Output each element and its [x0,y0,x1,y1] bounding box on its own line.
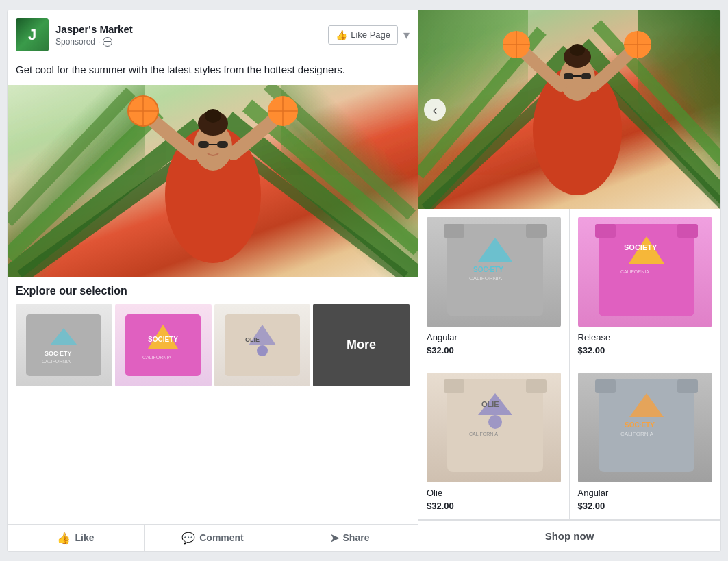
product-thumb-2[interactable]: SOCIETY CALIFORNIA [115,304,212,386]
olie-shirt-svg: OLIE CALIFORNIA [427,373,561,482]
svg-rect-60 [595,224,616,238]
svg-text:CALIFORNIA: CALIFORNIA [620,269,649,274]
product-name-angular: Angular [427,332,561,342]
svg-point-49 [570,44,585,56]
right-carousel-image: ‹ [418,10,720,209]
svg-rect-55 [526,224,547,238]
comment-label: Comment [199,532,244,543]
product-card-release[interactable]: SOCIETY CALIFORNIA Release $32.00 [570,209,721,364]
product-thumbnails-grid: SOC·ETY CALIFORNIA SOCIETY CALIFORNIA [16,304,410,386]
svg-text:SOC·ETY: SOC·ETY [45,350,72,357]
main-image-bg [8,85,418,277]
svg-text:SOCIETY: SOCIETY [624,243,657,251]
avatar-image: J [16,18,49,51]
svg-rect-50 [564,73,573,79]
ad-card: J Jasper's Market Sponsored · 👍 Like Pag… [7,10,721,552]
chevron-down-icon[interactable]: ▾ [403,27,410,42]
sponsored-label: Sponsored [55,37,95,47]
product-image-angular: SOC·ETY CALIFORNIA [427,217,561,327]
angular2-shirt-svg: SOC·ETY CALIFORNIA [578,373,713,482]
svg-text:CALIFORNIA: CALIFORNIA [469,275,503,282]
svg-rect-66 [444,379,464,393]
more-overlay[interactable]: More [313,304,410,386]
share-icon: ➤ [330,532,339,545]
svg-point-33 [257,345,268,356]
svg-text:CALIFORNIA: CALIFORNIA [42,359,71,364]
shop-now-bar: Shop now [418,520,720,551]
ad-description-text: Get cool for the summer with the latest … [16,64,345,75]
right-column: ‹ SOC·ETY CA [418,10,720,551]
comment-button[interactable]: 💬 Comment [145,525,281,551]
product-image-olie: OLIE CALIFORNIA [427,373,561,482]
avatar-letter: J [28,26,36,44]
left-arrow-icon: ‹ [433,103,438,116]
svg-rect-73 [595,379,616,393]
svg-rect-20 [217,141,228,148]
release-image-bg: SOCIETY CALIFORNIA [578,217,713,327]
brand-name[interactable]: Jasper's Market [55,23,328,36]
svg-text:SOCIETY: SOCIETY [148,336,178,343]
shop-now-button[interactable]: Shop now [418,521,720,551]
action-bar: 👍 Like 💬 Comment ➤ Share [8,524,418,551]
product-name-olie: Olie [427,488,561,498]
like-button[interactable]: 👍 Like [8,525,145,551]
release-shirt-svg: SOCIETY CALIFORNIA [578,217,713,327]
product-thumb-4[interactable]: More [313,304,410,386]
product-thumb-1[interactable]: SOC·ETY CALIFORNIA [16,304,112,386]
product-price-angular: $32.00 [427,345,561,356]
product-card-angular2[interactable]: SOC·ETY CALIFORNIA Angular $32.00 [570,364,721,520]
angular-image-bg: SOC·ETY CALIFORNIA [427,217,561,327]
share-button[interactable]: ➤ Share [281,525,418,551]
like-page-button[interactable]: 👍 Like Page [328,25,398,45]
share-label: Share [343,532,370,543]
svg-point-18 [205,109,221,123]
globe-icon [103,37,112,47]
product-thumb-3[interactable]: OLIE [214,304,311,386]
product-image-angular2: SOC·ETY CALIFORNIA [578,373,713,482]
product-card-olie[interactable]: OLIE CALIFORNIA Olie $32.00 [418,364,570,520]
sponsored-row: Sponsored · [55,37,328,47]
svg-text:CALIFORNIA: CALIFORNIA [142,355,171,360]
selection-title: Explore our selection [16,285,410,297]
product-name-angular2: Angular [578,488,713,498]
more-label: More [347,338,376,352]
selection-section: Explore our selection SOC·ETY CALIFORNIA [8,277,418,395]
thumb-1-svg: SOC·ETY CALIFORNIA [16,304,112,386]
thumb-3-svg: OLIE [214,304,311,386]
svg-rect-74 [677,379,698,393]
carousel-prev-button[interactable]: ‹ [424,99,446,121]
dot-separator: · [98,37,100,47]
product-name-release: Release [578,332,713,342]
svg-text:OLIE: OLIE [245,336,260,343]
svg-rect-61 [677,224,698,238]
header-actions: 👍 Like Page ▾ [328,25,410,45]
left-column: J Jasper's Market Sponsored · 👍 Like Pag… [8,10,418,551]
svg-point-70 [488,415,502,429]
ad-header: J Jasper's Market Sponsored · 👍 Like Pag… [8,10,418,57]
like-page-label: Like Page [351,29,390,40]
product-price-angular2: $32.00 [578,501,713,511]
svg-rect-19 [198,141,209,148]
thumbs-up-icon: 👍 [336,29,347,40]
products-grid: SOC·ETY CALIFORNIA Angular $32.00 [418,209,720,520]
svg-text:CALIFORNIA: CALIFORNIA [620,431,654,437]
svg-rect-67 [526,379,547,393]
olie-image-bg: OLIE CALIFORNIA [427,373,561,482]
like-label: Like [75,532,94,543]
model-svg [8,85,418,277]
avatar[interactable]: J [16,18,49,51]
product-price-olie: $32.00 [427,501,561,511]
svg-rect-54 [444,224,464,238]
angular-shirt-svg: SOC·ETY CALIFORNIA [427,217,561,327]
like-icon: 👍 [57,532,71,545]
svg-text:CALIFORNIA: CALIFORNIA [469,432,498,436]
svg-text:SOC·ETY: SOC·ETY [473,266,503,273]
header-info: Jasper's Market Sponsored · [55,23,328,47]
ad-description: Get cool for the summer with the latest … [8,57,418,85]
product-price-release: $32.00 [578,345,713,356]
product-image-release: SOCIETY CALIFORNIA [578,217,713,327]
product-card-angular[interactable]: SOC·ETY CALIFORNIA Angular $32.00 [418,209,570,364]
svg-text:OLIE: OLIE [481,400,499,408]
comment-icon: 💬 [181,532,195,545]
svg-rect-51 [581,73,591,79]
